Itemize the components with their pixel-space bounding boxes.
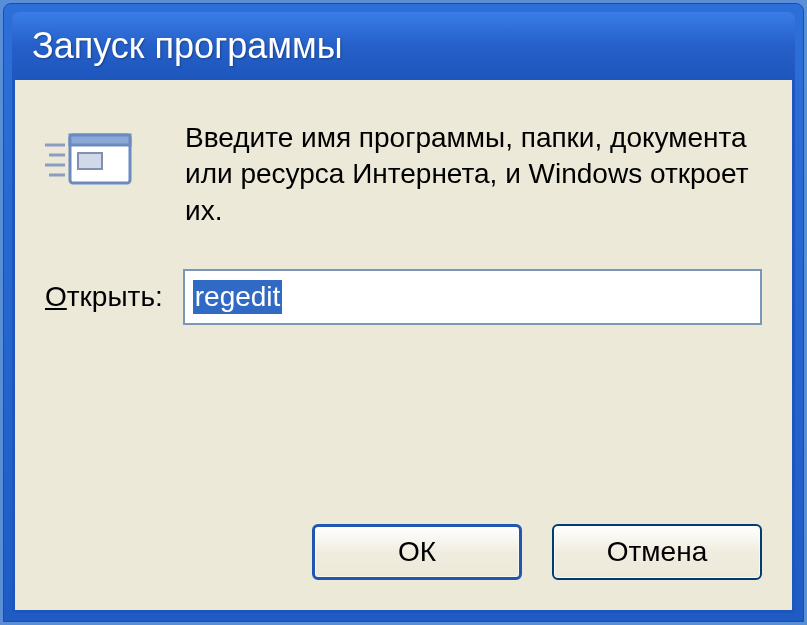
client-area: Введите имя программы, папки, документа … — [12, 80, 795, 613]
svg-rect-6 — [78, 153, 102, 169]
description-text: Введите имя программы, папки, документа … — [185, 120, 762, 229]
run-program-icon — [45, 125, 145, 205]
button-row: ОК Отмена — [312, 524, 762, 580]
titlebar[interactable]: Запуск программы — [12, 12, 795, 80]
cancel-button[interactable]: Отмена — [552, 524, 762, 580]
run-dialog-window: Запуск программы Введите имя программы, … — [3, 3, 804, 622]
open-combobox[interactable]: regedit — [183, 269, 762, 325]
open-label: Открыть: — [45, 281, 163, 313]
open-input-value: regedit — [193, 280, 283, 314]
description-row: Введите имя программы, папки, документа … — [45, 120, 762, 229]
open-row: Открыть: regedit — [45, 269, 762, 325]
window-title: Запуск программы — [32, 25, 343, 67]
ok-button[interactable]: ОК — [312, 524, 522, 580]
svg-rect-5 — [70, 135, 130, 145]
